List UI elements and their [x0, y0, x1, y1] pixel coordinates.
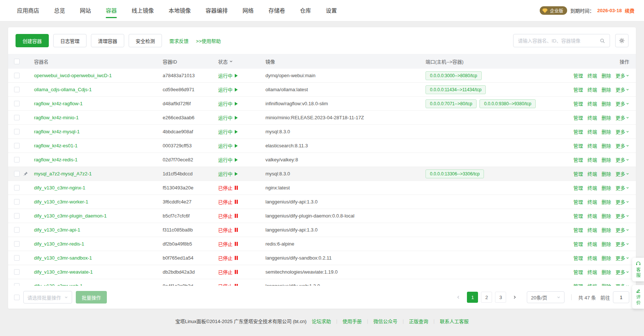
delete-link[interactable]: 删除 — [601, 156, 611, 163]
footer-link[interactable]: 微信公众号 — [373, 318, 397, 325]
terminal-link[interactable]: 终端 — [587, 128, 597, 135]
goto-page-input[interactable] — [613, 291, 629, 303]
container-name-link[interactable]: dify_v130_c3mr-plugin_daemon-1 — [34, 213, 107, 219]
batch-select-all-checkbox[interactable] — [14, 295, 20, 300]
row-checkbox[interactable] — [14, 115, 20, 120]
container-name-link[interactable]: openwebui_iwcd-openwebui_iwcD-1 — [34, 73, 112, 78]
header-status-filter[interactable]: 状态 — [218, 58, 233, 65]
terminal-link[interactable]: 终端 — [587, 198, 597, 205]
nav-item-5[interactable]: 线上镜像 — [124, 0, 161, 21]
terminal-link[interactable]: 终端 — [587, 156, 597, 163]
row-checkbox[interactable] — [14, 283, 20, 286]
row-checkbox[interactable] — [14, 171, 20, 176]
manage-link[interactable]: 管理 — [573, 254, 583, 261]
manage-link[interactable]: 管理 — [573, 128, 583, 135]
manage-link[interactable]: 管理 — [573, 72, 583, 79]
terminal-link[interactable]: 终端 — [587, 100, 597, 107]
delete-link[interactable]: 删除 — [601, 212, 611, 219]
row-checkbox[interactable] — [14, 157, 20, 162]
manage-link[interactable]: 管理 — [573, 212, 583, 219]
help-link[interactable]: >>使用帮助 — [196, 37, 221, 44]
container-name-link[interactable]: dify_v130_c3mr-worker-1 — [34, 199, 88, 205]
page-button-3[interactable]: 3 — [495, 292, 506, 303]
nav-item-8[interactable]: 网络 — [235, 0, 261, 21]
container-name-link[interactable]: ollama_cdjs-ollama_Cdjs-1 — [34, 87, 92, 92]
more-link[interactable]: 更多 — [616, 282, 629, 286]
container-name-link[interactable]: ragflow_kr4z-es01-1 — [34, 143, 78, 148]
page-button-2[interactable]: 2 — [481, 292, 492, 303]
more-link[interactable]: 更多 — [616, 86, 629, 93]
delete-link[interactable]: 删除 — [601, 114, 611, 121]
more-link[interactable]: 更多 — [616, 72, 629, 79]
search-button[interactable] — [595, 34, 610, 47]
delete-link[interactable]: 删除 — [601, 100, 611, 107]
delete-link[interactable]: 删除 — [601, 184, 611, 191]
manage-link[interactable]: 管理 — [573, 100, 583, 107]
delete-link[interactable]: 删除 — [601, 128, 611, 135]
manage-link[interactable]: 管理 — [573, 268, 583, 275]
next-page-button[interactable] — [509, 292, 520, 303]
footer-link[interactable]: 联系人工客服 — [440, 318, 469, 325]
container-name-link[interactable]: ragflow_kr4z-ragflow-1 — [34, 101, 83, 106]
more-link[interactable]: 更多 — [616, 226, 629, 233]
page-button-1[interactable]: 1 — [467, 292, 478, 303]
row-checkbox[interactable] — [14, 143, 20, 148]
nav-item-11[interactable]: 设置 — [318, 0, 344, 21]
terminal-link[interactable]: 终端 — [587, 170, 597, 177]
manage-link[interactable]: 管理 — [573, 282, 583, 286]
row-checkbox[interactable] — [14, 87, 20, 92]
container-name-link[interactable]: ragflow_kr4z-mysql-1 — [34, 129, 80, 134]
nav-item-6[interactable]: 本地镜像 — [161, 0, 198, 21]
security-check-button[interactable]: 安全检测 — [129, 34, 162, 47]
footer-link[interactable]: 正版查询 — [409, 318, 428, 325]
row-checkbox[interactable] — [14, 269, 20, 275]
more-link[interactable]: 更多 — [616, 114, 629, 121]
more-link[interactable]: 更多 — [616, 170, 629, 177]
row-checkbox[interactable] — [14, 101, 20, 106]
more-link[interactable]: 更多 — [616, 198, 629, 205]
nav-item-4[interactable]: 容器 — [98, 0, 124, 21]
row-checkbox[interactable] — [14, 255, 20, 261]
row-checkbox[interactable] — [14, 213, 20, 219]
nav-item-9[interactable]: 存储卷 — [261, 0, 292, 21]
more-link[interactable]: 更多 — [616, 184, 629, 191]
manage-link[interactable]: 管理 — [573, 170, 583, 177]
terminal-link[interactable]: 终端 — [587, 226, 597, 233]
more-link[interactable]: 更多 — [616, 254, 629, 261]
terminal-link[interactable]: 终端 — [587, 212, 597, 219]
footer-link[interactable]: 论坛求助 — [312, 318, 331, 325]
footer-link[interactable]: 使用手册 — [343, 318, 362, 325]
delete-link[interactable]: 删除 — [601, 142, 611, 149]
container-name-link[interactable]: dify_v130_c3mr-nginx-1 — [34, 185, 85, 191]
select-all-checkbox[interactable] — [14, 59, 20, 64]
customer-service-button[interactable]: 客服 — [632, 258, 644, 281]
manage-link[interactable]: 管理 — [573, 114, 583, 121]
terminal-link[interactable]: 终端 — [587, 240, 597, 247]
more-link[interactable]: 更多 — [616, 212, 629, 219]
more-link[interactable]: 更多 — [616, 156, 629, 163]
terminal-link[interactable]: 终端 — [587, 268, 597, 275]
log-management-button[interactable]: 日志管理 — [53, 34, 87, 47]
manage-link[interactable]: 管理 — [573, 198, 583, 205]
delete-link[interactable]: 删除 — [601, 198, 611, 205]
terminal-link[interactable]: 终端 — [587, 184, 597, 191]
terminal-link[interactable]: 终端 — [587, 114, 597, 121]
batch-operation-button[interactable]: 批量操作 — [76, 291, 107, 304]
renew-link[interactable]: 续费 — [625, 7, 634, 14]
nav-item-7[interactable]: 容器编排 — [198, 0, 235, 21]
page-size-select[interactable]: 20条/页 — [527, 291, 565, 303]
nav-item-1[interactable]: 应用商店 — [10, 0, 47, 21]
container-name-link[interactable]: ragflow_kr4z-redis-1 — [34, 157, 78, 162]
search-input[interactable] — [513, 38, 595, 44]
delete-link[interactable]: 删除 — [601, 268, 611, 275]
more-link[interactable]: 更多 — [616, 268, 629, 275]
more-link[interactable]: 更多 — [616, 128, 629, 135]
more-link[interactable]: 更多 — [616, 100, 629, 107]
create-container-button[interactable]: 创建容器 — [16, 34, 49, 47]
terminal-link[interactable]: 终端 — [587, 72, 597, 79]
manage-link[interactable]: 管理 — [573, 240, 583, 247]
delete-link[interactable]: 删除 — [601, 226, 611, 233]
row-checkbox[interactable] — [14, 73, 20, 78]
batch-operation-select[interactable]: 请选择批量操作 — [23, 291, 72, 304]
more-link[interactable]: 更多 — [616, 142, 629, 149]
